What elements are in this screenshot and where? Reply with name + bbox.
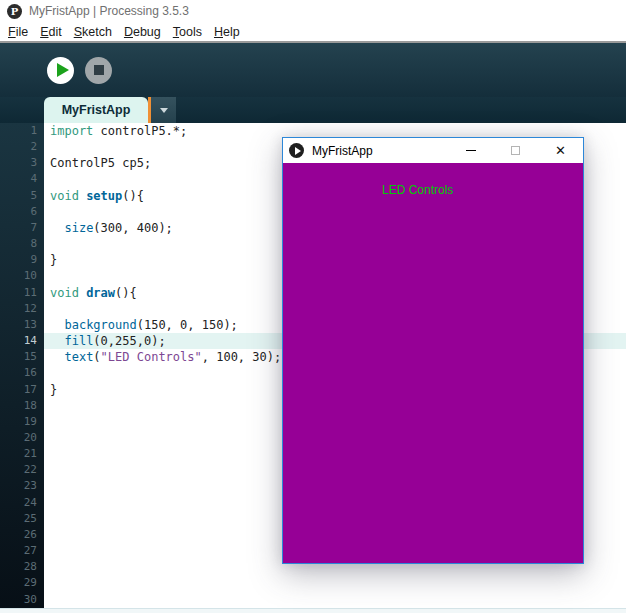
tab-menu-button[interactable] <box>151 97 176 123</box>
line-number: 4 <box>0 171 44 187</box>
line-number: 10 <box>0 268 44 284</box>
line-number: 3 <box>0 155 44 171</box>
menu-edit[interactable]: Edit <box>34 25 68 39</box>
line-number: 30 <box>0 592 44 608</box>
play-icon <box>289 143 304 158</box>
titlebar: P MyFristApp | Processing 3.5.3 <box>0 0 626 22</box>
line-number: 22 <box>0 462 44 478</box>
line-number: 7 <box>0 220 44 236</box>
tab-myfristapp[interactable]: MyFristApp <box>44 97 148 123</box>
menu-debug[interactable]: Debug <box>118 25 167 39</box>
line-number: 5 <box>0 188 44 204</box>
line-number: 8 <box>0 236 44 252</box>
line-number: 12 <box>0 301 44 317</box>
line-number: 9 <box>0 252 44 268</box>
chevron-down-icon <box>160 108 168 113</box>
line-number: 29 <box>0 575 44 591</box>
sketch-window[interactable]: MyFristApp ✕ LED Controls <box>282 137 584 564</box>
minimize-icon <box>466 150 476 151</box>
maximize-button <box>493 138 538 163</box>
menu-file[interactable]: File <box>2 25 34 39</box>
line-number: 25 <box>0 511 44 527</box>
line-number: 14 <box>0 333 44 349</box>
stop-icon <box>94 65 104 75</box>
code-line[interactable] <box>44 592 626 608</box>
menu-tools[interactable]: Tools <box>167 25 208 39</box>
line-number: 15 <box>0 349 44 365</box>
run-play-icon <box>57 63 69 77</box>
stop-button[interactable] <box>85 57 112 84</box>
tabbar: MyFristApp <box>0 97 626 123</box>
minimize-button[interactable] <box>448 138 493 163</box>
menu-sketch[interactable]: Sketch <box>68 25 118 39</box>
maximize-icon <box>511 146 520 155</box>
line-number: 11 <box>0 285 44 301</box>
line-number: 16 <box>0 365 44 381</box>
line-number: 2 <box>0 139 44 155</box>
line-number: 1 <box>0 123 44 139</box>
sketch-canvas[interactable]: LED Controls <box>283 163 583 563</box>
line-number: 17 <box>0 382 44 398</box>
line-number: 23 <box>0 478 44 494</box>
line-number: 24 <box>0 495 44 511</box>
sketch-titlebar[interactable]: MyFristApp ✕ <box>283 138 583 163</box>
menu-help[interactable]: Help <box>208 25 246 39</box>
line-number: 18 <box>0 398 44 414</box>
gutter: 1234567891011121314151617181920212223242… <box>0 123 44 608</box>
editor-bottom-strip <box>0 608 626 613</box>
processing-ide-window: P MyFristApp | Processing 3.5.3 File Edi… <box>0 0 626 613</box>
canvas-text: LED Controls <box>382 183 453 197</box>
line-number: 6 <box>0 204 44 220</box>
close-button[interactable]: ✕ <box>538 138 583 163</box>
close-icon: ✕ <box>555 144 566 157</box>
sketch-window-title: MyFristApp <box>312 144 448 158</box>
line-number: 19 <box>0 414 44 430</box>
window-title: MyFristApp | Processing 3.5.3 <box>29 4 189 18</box>
toolbar <box>0 43 626 97</box>
line-number: 13 <box>0 317 44 333</box>
processing-logo-icon: P <box>7 4 22 19</box>
run-button[interactable] <box>47 57 74 84</box>
line-number: 27 <box>0 543 44 559</box>
line-number: 28 <box>0 559 44 575</box>
code-line[interactable] <box>44 575 626 591</box>
line-number: 26 <box>0 527 44 543</box>
line-number: 20 <box>0 430 44 446</box>
line-number: 21 <box>0 446 44 462</box>
menubar: File Edit Sketch Debug Tools Help <box>0 22 626 41</box>
